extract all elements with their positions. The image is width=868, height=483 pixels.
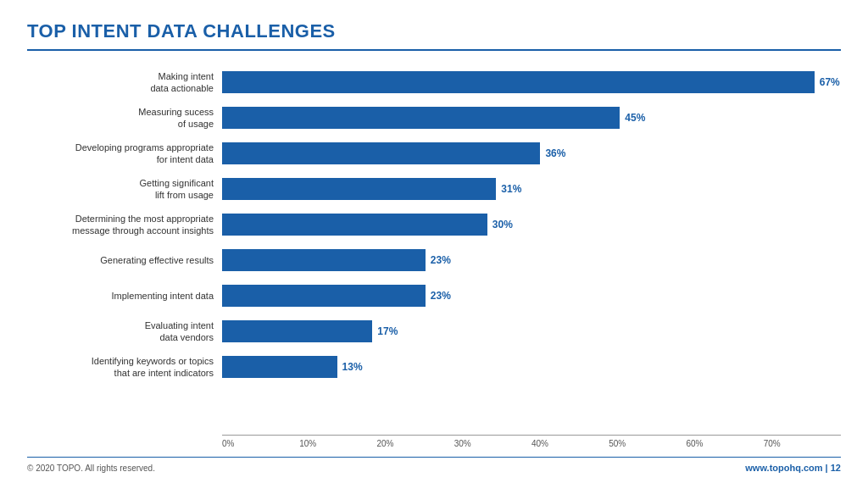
bar-fill — [222, 214, 487, 236]
bar-track: 45% — [222, 107, 841, 129]
bar-label: Identifying keywords or topicsthat are i… — [27, 355, 222, 380]
bar-track: 23% — [222, 285, 841, 307]
chart-area: Making intentdata actionable67%Measuring… — [27, 66, 841, 448]
bar-row: Developing programs appropriatefor inten… — [27, 137, 841, 169]
bar-row: Determining the most appropriatemessage … — [27, 208, 841, 241]
bar-fill — [222, 249, 426, 271]
bar-value: 67% — [820, 76, 840, 88]
bar-row: Measuring sucessof usage45% — [27, 102, 841, 134]
bar-label: Evaluating intentdata vendors — [27, 319, 222, 344]
footer-copyright: © 2020 TOPO. All rights reserved. — [27, 464, 155, 473]
bar-value: 31% — [501, 183, 521, 195]
bar-fill — [222, 107, 620, 129]
x-tick: 40% — [531, 439, 609, 448]
x-tick: 60% — [687, 439, 764, 448]
page-title: TOP INTENT DATA CHALLENGES — [27, 20, 841, 51]
x-tick: 50% — [609, 439, 686, 448]
x-tick: 0% — [222, 439, 299, 448]
bar-label: Getting significantlift from usage — [27, 177, 222, 202]
bar-value: 13% — [342, 361, 363, 373]
bar-label: Developing programs appropriatefor inten… — [27, 142, 222, 166]
bar-track: 17% — [222, 320, 841, 342]
x-tick: 70% — [764, 439, 841, 448]
bar-label: Measuring sucessof usage — [27, 106, 222, 130]
bar-value: 17% — [377, 325, 398, 337]
bar-track: 36% — [222, 142, 841, 164]
bar-label: Generating effective results — [27, 254, 222, 266]
bar-fill — [222, 285, 426, 307]
bar-track: 30% — [222, 214, 841, 236]
bar-value: 45% — [625, 112, 645, 124]
bar-row: Implementing intent data23% — [27, 280, 841, 312]
bar-fill — [222, 71, 815, 93]
bar-fill — [222, 178, 496, 200]
x-tick: 20% — [377, 439, 454, 448]
bar-row: Evaluating intentdata vendors17% — [27, 315, 841, 347]
bar-fill — [222, 142, 540, 164]
bar-row: Making intentdata actionable67% — [27, 66, 841, 98]
x-tick: 10% — [299, 439, 376, 448]
bar-row: Getting significantlift from usage31% — [27, 173, 841, 205]
bar-label: Making intentdata actionable — [27, 70, 222, 95]
bar-value: 30% — [492, 219, 513, 230]
bar-row: Identifying keywords or topicsthat are i… — [27, 351, 841, 383]
bar-value: 36% — [545, 147, 565, 159]
bar-fill — [222, 320, 372, 342]
bar-track: 23% — [222, 249, 841, 271]
footer-website: www.topohq.com | 12 — [745, 463, 841, 473]
page: TOP INTENT DATA CHALLENGES Making intent… — [0, 0, 868, 483]
x-tick: 30% — [454, 439, 531, 448]
bar-fill — [222, 356, 337, 378]
bars-container: Making intentdata actionable67%Measuring… — [27, 66, 841, 431]
footer: © 2020 TOPO. All rights reserved. www.to… — [27, 457, 841, 473]
x-axis: 0%10%20%30%40%50%60%70% — [222, 435, 841, 448]
bar-value: 23% — [431, 290, 451, 302]
bar-track: 13% — [222, 356, 841, 378]
bar-label: Determining the most appropriatemessage … — [27, 213, 222, 237]
bar-track: 67% — [222, 71, 841, 93]
bar-row: Generating effective results23% — [27, 244, 841, 276]
bar-track: 31% — [222, 178, 841, 200]
bar-label: Implementing intent data — [27, 290, 222, 302]
bar-value: 23% — [431, 254, 451, 266]
